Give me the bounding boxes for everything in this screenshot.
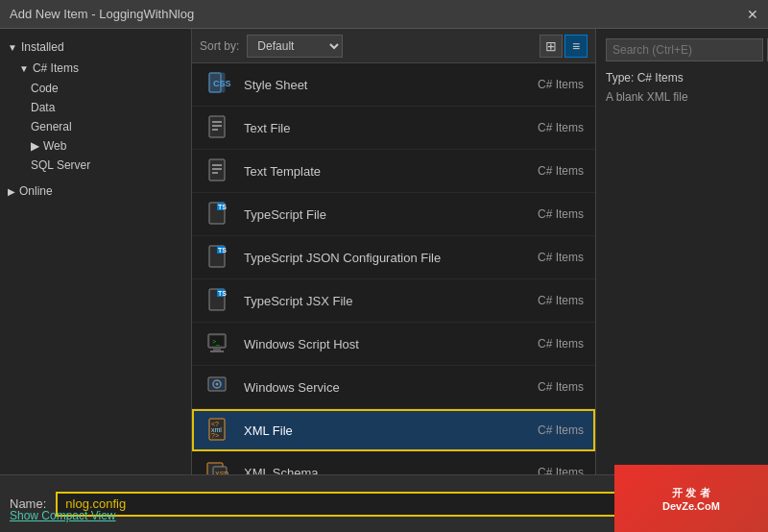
- item-category: C# Items: [507, 78, 584, 91]
- item-name: XML File: [244, 423, 507, 438]
- xml-icon: <? xml ?>: [204, 415, 234, 446]
- compact-view-link[interactable]: Show Compact View: [10, 509, 116, 522]
- item-name: Text Template: [244, 164, 507, 179]
- sidebar-item-sql[interactable]: SQL Server: [0, 156, 191, 175]
- item-category: C# Items: [507, 121, 584, 134]
- item-name: Text File: [244, 121, 507, 135]
- item-name: Windows Service: [244, 380, 507, 395]
- svg-text:CSS: CSS: [213, 79, 231, 88]
- windows-service-icon: [204, 372, 234, 402]
- sidebar-online-header[interactable]: ▶ Online: [0, 181, 191, 202]
- caret-icon-csharp: ▼: [19, 63, 29, 74]
- xml-schema-icon: XSD: [204, 457, 234, 474]
- sort-label: Sort by:: [200, 39, 239, 53]
- sidebar-item-general[interactable]: General: [0, 117, 191, 136]
- name-input[interactable]: [56, 492, 616, 517]
- sidebar-installed-header: ▼ Installed: [0, 36, 191, 58]
- sidebar-item-data[interactable]: Data: [0, 98, 191, 117]
- ts-jsx-icon: TS: [204, 285, 234, 316]
- caret-icon-online: ▶: [8, 186, 15, 197]
- info-desc-label: A blank XML file: [606, 90, 758, 104]
- item-category: C# Items: [507, 164, 584, 178]
- item-category: C# Items: [507, 251, 584, 264]
- svg-rect-24: [210, 351, 224, 352]
- item-row[interactable]: CSS Style Sheet C# Items: [192, 63, 595, 107]
- svg-rect-3: [209, 116, 225, 137]
- svg-rect-7: [209, 159, 225, 181]
- caret-icon: ▼: [8, 42, 17, 53]
- typescript-icon: TS: [204, 199, 234, 230]
- item-row[interactable]: Windows Service C# Items: [192, 366, 595, 409]
- item-row[interactable]: XSD XML Schema C# Items: [192, 451, 595, 474]
- item-category: C# Items: [507, 380, 584, 394]
- item-category: C# Items: [507, 207, 584, 221]
- search-box: 🔍: [606, 38, 758, 61]
- watermark: 开 发 者DevZe.CoM: [614, 465, 768, 532]
- list-toolbar: Sort by: Default Name Type ⊞ ≡: [192, 29, 595, 63]
- item-name: TypeScript JSON Configuration File: [244, 251, 507, 265]
- item-name: Windows Script Host: [244, 337, 507, 351]
- svg-rect-23: [213, 348, 221, 351]
- item-row[interactable]: TS TypeScript File C# Items: [192, 193, 595, 236]
- search-input[interactable]: [606, 38, 763, 61]
- sidebar-item-code[interactable]: Code: [0, 79, 191, 98]
- sidebar-online-label: Online: [19, 184, 53, 198]
- item-row[interactable]: >_ Windows Script Host C# Items: [192, 323, 595, 366]
- item-name: TypeScript File: [244, 207, 507, 222]
- item-row[interactable]: TS TypeScript JSX File C# Items: [192, 279, 595, 323]
- text-template-icon: [204, 156, 234, 186]
- item-row[interactable]: Text File C# Items: [192, 107, 595, 150]
- item-category: C# Items: [507, 423, 584, 437]
- svg-text:TS: TS: [218, 204, 227, 210]
- text-file-icon: [204, 112, 234, 143]
- item-row-xml[interactable]: <? xml ?> XML File C# Items: [192, 409, 595, 451]
- info-panel: 🔍 Type: C# Items A blank XML file: [595, 29, 768, 474]
- dialog-body: ▼ Installed ▼ C# Items Code Data General…: [0, 29, 768, 474]
- close-button[interactable]: ✕: [747, 7, 758, 22]
- sidebar-item-web[interactable]: ▶ Web: [0, 136, 191, 156]
- sidebar-installed-label: Installed: [21, 40, 64, 54]
- svg-text:TS: TS: [218, 290, 227, 297]
- ts-json-icon: TS: [204, 242, 234, 273]
- stylesheet-icon: CSS: [204, 69, 234, 100]
- list-panel: Sort by: Default Name Type ⊞ ≡: [192, 29, 595, 474]
- grid-view-button[interactable]: ⊞: [540, 35, 563, 58]
- item-name: TypeScript JSX File: [244, 294, 507, 308]
- info-type-label: Type: C# Items: [606, 71, 758, 85]
- windows-script-icon: >_: [204, 328, 234, 359]
- svg-text:TS: TS: [218, 247, 227, 254]
- svg-point-28: [216, 383, 219, 386]
- sort-select[interactable]: Default Name Type: [247, 35, 343, 58]
- caret-icon-web: ▶: [31, 139, 39, 153]
- svg-text:?>: ?>: [211, 432, 219, 439]
- watermark-text: 开 发 者DevZe.CoM: [662, 486, 720, 512]
- svg-text:>_: >_: [212, 338, 220, 346]
- svg-text:XSD: XSD: [215, 471, 228, 474]
- item-category: C# Items: [507, 294, 584, 307]
- list-scroll-container: CSS Style Sheet C# Items: [192, 63, 595, 474]
- dialog-title: Add New Item - LoggingWithNlog: [10, 7, 194, 21]
- items-list: CSS Style Sheet C# Items: [192, 63, 595, 474]
- item-name: XML Schema: [244, 466, 507, 475]
- item-category: C# Items: [507, 337, 584, 351]
- sidebar-csharp-header[interactable]: ▼ C# Items: [0, 58, 191, 79]
- sidebar-csharp-label: C# Items: [33, 61, 79, 75]
- item-row[interactable]: Text Template C# Items: [192, 150, 595, 193]
- item-name: Style Sheet: [244, 78, 507, 92]
- item-row[interactable]: TS TypeScript JSON Configuration File C#…: [192, 236, 595, 279]
- sidebar: ▼ Installed ▼ C# Items Code Data General…: [0, 29, 192, 474]
- item-category: C# Items: [507, 466, 584, 474]
- list-view-button[interactable]: ≡: [564, 35, 588, 58]
- title-bar: Add New Item - LoggingWithNlog ✕: [0, 0, 768, 29]
